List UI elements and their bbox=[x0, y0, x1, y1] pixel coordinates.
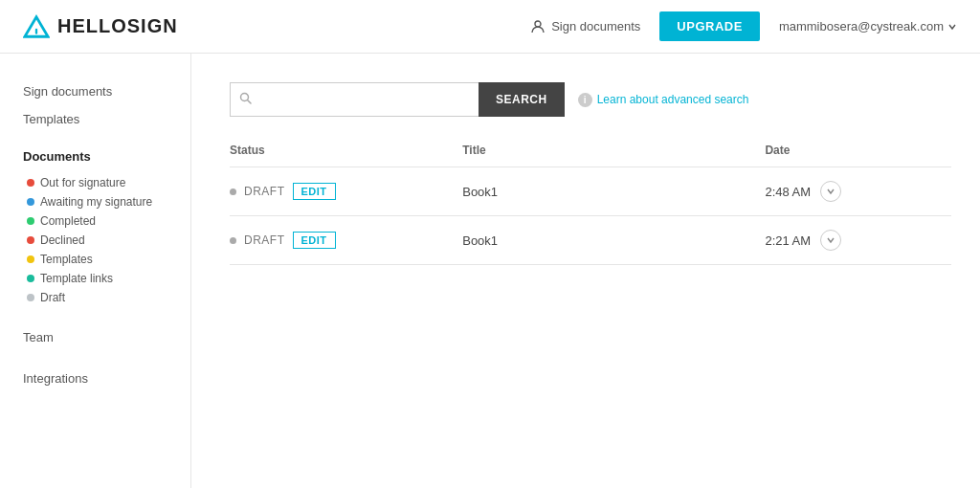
date-cell-0: 2:48 AM bbox=[765, 167, 951, 216]
table-header: Status Title Date bbox=[230, 144, 951, 167]
title-cell-0: Book1 bbox=[462, 167, 765, 216]
draft-label: Draft bbox=[40, 291, 65, 304]
header-right: Sign documents UPGRADE mammibosera@cystr… bbox=[530, 11, 957, 41]
sidebar-item-declined[interactable]: Declined bbox=[27, 231, 190, 250]
sidebar-item-out-for-signature[interactable]: Out for signature bbox=[27, 173, 190, 192]
status-dot-0 bbox=[230, 189, 236, 195]
sidebar-item-templates-sub[interactable]: Templates bbox=[27, 250, 190, 269]
status-cell-1: DRAFT EDIT bbox=[230, 216, 462, 265]
status-dot-1 bbox=[230, 237, 236, 244]
svg-point-2 bbox=[535, 21, 541, 27]
completed-label: Completed bbox=[40, 214, 96, 228]
sidebar: Sign documents Templates Documents Out f… bbox=[0, 54, 191, 488]
sidebar-item-template-links[interactable]: Template links bbox=[27, 269, 190, 288]
main-content: SEARCH i Learn about advanced search Sta… bbox=[191, 54, 980, 488]
draft-dot bbox=[27, 294, 34, 301]
date-text-0: 2:48 AM bbox=[765, 185, 811, 199]
table-body: DRAFT EDIT Book1 2:48 AM DRAFT EDIT bbox=[230, 167, 951, 265]
page-layout: Sign documents Templates Documents Out f… bbox=[0, 54, 980, 488]
logo-text: HELLOSIGN bbox=[57, 15, 178, 37]
user-email-text: mammibosera@cystreak.com bbox=[779, 19, 944, 33]
row-expand-button-0[interactable] bbox=[820, 181, 841, 202]
advanced-search-label: Learn about advanced search bbox=[597, 93, 749, 106]
search-icon bbox=[239, 92, 252, 107]
date-cell-1: 2:21 AM bbox=[765, 216, 951, 265]
search-input-wrap bbox=[230, 82, 479, 117]
completed-dot bbox=[27, 217, 34, 225]
title-text-1: Book1 bbox=[462, 233, 498, 248]
sidebar-integrations-section: Integrations bbox=[23, 367, 190, 389]
title-cell-1: Book1 bbox=[462, 216, 765, 265]
templates-dot bbox=[27, 255, 34, 263]
hellosign-logo-icon bbox=[23, 13, 50, 40]
status-label-0: DRAFT bbox=[244, 185, 285, 198]
table-row: DRAFT EDIT Book1 2:21 AM bbox=[230, 216, 951, 265]
awaiting-signature-dot bbox=[27, 198, 34, 206]
search-bar: SEARCH i Learn about advanced search bbox=[230, 82, 951, 117]
out-for-signature-label: Out for signature bbox=[40, 176, 125, 189]
sidebar-item-draft[interactable]: Draft bbox=[27, 288, 190, 307]
title-text-0: Book1 bbox=[462, 185, 498, 199]
column-status: Status bbox=[230, 144, 462, 167]
sign-documents-label: Sign documents bbox=[551, 19, 640, 33]
row-expand-button-1[interactable] bbox=[820, 230, 841, 251]
sidebar-item-completed[interactable]: Completed bbox=[27, 211, 190, 231]
sidebar-team-section: Team bbox=[23, 326, 190, 348]
templates-sub-label: Templates bbox=[40, 253, 93, 266]
awaiting-signature-label: Awaiting my signature bbox=[40, 195, 152, 209]
sidebar-item-awaiting-signature[interactable]: Awaiting my signature bbox=[27, 192, 190, 211]
declined-dot bbox=[27, 236, 34, 244]
status-cell-0: DRAFT EDIT bbox=[230, 167, 462, 216]
sidebar-top-section: Sign documents Templates bbox=[23, 80, 190, 130]
column-date: Date bbox=[765, 144, 951, 167]
search-button[interactable]: SEARCH bbox=[479, 82, 565, 117]
edit-button-1[interactable]: EDIT bbox=[293, 232, 336, 249]
documents-table: Status Title Date DRAFT EDIT Bo bbox=[230, 144, 951, 265]
documents-heading: Documents bbox=[23, 149, 190, 164]
template-links-label: Template links bbox=[40, 272, 113, 285]
svg-line-4 bbox=[248, 100, 252, 104]
table-row: DRAFT EDIT Book1 2:48 AM bbox=[230, 167, 951, 216]
sidebar-item-templates[interactable]: Templates bbox=[23, 108, 190, 130]
edit-button-0[interactable]: EDIT bbox=[293, 183, 336, 200]
sidebar-item-team[interactable]: Team bbox=[23, 326, 190, 348]
out-for-signature-dot bbox=[27, 179, 34, 187]
column-title: Title bbox=[462, 144, 765, 167]
header: HELLOSIGN Sign documents UPGRADE mammibo… bbox=[0, 0, 980, 54]
sidebar-item-integrations[interactable]: Integrations bbox=[23, 367, 190, 389]
advanced-search-link[interactable]: i Learn about advanced search bbox=[578, 93, 749, 107]
info-icon: i bbox=[578, 93, 592, 107]
sign-documents-nav[interactable]: Sign documents bbox=[530, 19, 640, 34]
upgrade-button[interactable]: UPGRADE bbox=[659, 11, 760, 41]
date-text-1: 2:21 AM bbox=[765, 233, 811, 248]
person-icon bbox=[530, 19, 546, 34]
search-input[interactable] bbox=[230, 82, 479, 117]
sidebar-documents-section: Documents Out for signature Awaiting my … bbox=[23, 149, 190, 307]
sidebar-item-sign-documents[interactable]: Sign documents bbox=[23, 80, 190, 102]
user-email-dropdown[interactable]: mammibosera@cystreak.com bbox=[779, 19, 957, 33]
declined-label: Declined bbox=[40, 233, 85, 247]
template-links-dot bbox=[27, 275, 34, 282]
status-label-1: DRAFT bbox=[244, 233, 285, 247]
logo: HELLOSIGN bbox=[23, 13, 178, 40]
documents-sub-list: Out for signature Awaiting my signature … bbox=[23, 173, 190, 307]
chevron-down-icon bbox=[947, 22, 957, 32]
